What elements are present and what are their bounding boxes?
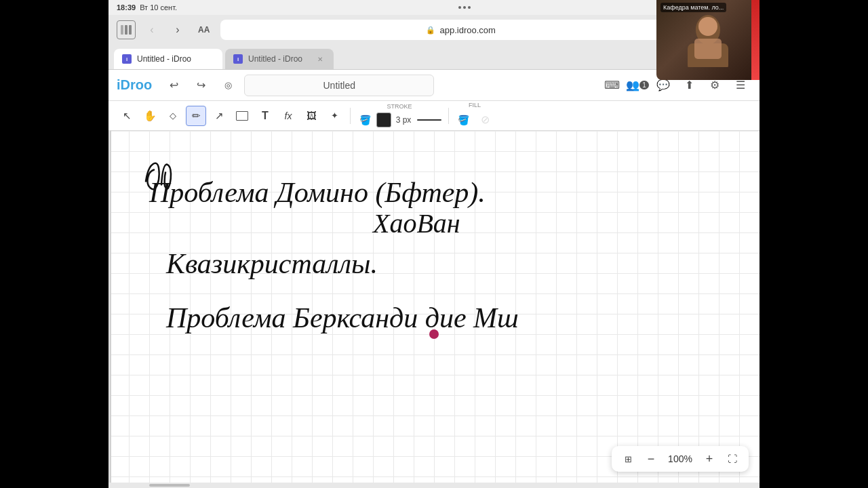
shape-button[interactable]: ◎ (217, 75, 239, 96)
share-icon: ⬆ (685, 79, 694, 92)
formula-tool-button[interactable]: fx (278, 106, 298, 126)
status-date: Вт 10 сент. (140, 3, 177, 12)
eraser-tool-button[interactable]: ◇ (163, 106, 183, 126)
fill-label: FILL (469, 102, 481, 108)
plus-icon: + (706, 452, 713, 466)
stroke-line-preview (416, 113, 443, 127)
bottom-scrollbar[interactable] (108, 483, 760, 488)
aa-button[interactable]: AA (194, 24, 214, 36)
zoom-in-button[interactable]: + (701, 451, 717, 467)
redo-icon: ↪ (197, 79, 205, 92)
back-button[interactable]: ‹ (142, 20, 161, 39)
rectangle-icon (236, 111, 248, 121)
tool-separator-2 (448, 108, 449, 124)
arrow-icon: ↗ (215, 110, 224, 122)
ipad-frame: 18:39 Вт 10 сент. ‹ › (108, 0, 760, 488)
tool-separator-1 (350, 108, 351, 124)
video-label: Кафедра матем. ло... (660, 3, 726, 12)
url-field[interactable]: 🔒 app.idroo.com (220, 20, 701, 40)
menu-icon: ☰ (736, 79, 745, 92)
gear-icon: ⚙ (710, 79, 719, 92)
right-black-bar (760, 0, 868, 488)
hand-icon: ✋ (144, 110, 157, 122)
fit-icon: ⊞ (625, 454, 632, 464)
status-dot-2 (463, 6, 466, 9)
zoom-fit-button[interactable]: ⊞ (620, 451, 636, 467)
fill-tools: 🪣 ⊘ (454, 110, 495, 130)
pen-tool-button[interactable]: ✏ (186, 106, 206, 126)
stroke-label: STROKE (387, 103, 412, 110)
scroll-thumb[interactable] (149, 484, 190, 487)
lock-icon: 🔒 (426, 26, 435, 35)
status-dot-1 (458, 6, 461, 9)
no-fill-icon: ⊘ (481, 113, 490, 126)
no-fill-button[interactable]: ⊘ (475, 110, 495, 130)
sidebar-toggle-button[interactable] (117, 20, 136, 39)
text-tool-button[interactable]: T (255, 106, 275, 126)
eraser-icon: ◇ (170, 110, 176, 121)
tab-1[interactable]: i Untitled - iDroo (114, 49, 222, 69)
board-title-input[interactable] (244, 75, 434, 96)
tab-2[interactable]: i Untitled - iDroo ✕ (225, 49, 334, 69)
redo-button[interactable]: ↪ (190, 75, 212, 96)
hand-tool-button[interactable]: ✋ (140, 106, 160, 126)
keyboard-icon: ⌨ (604, 79, 620, 92)
status-dot-3 (468, 6, 471, 9)
tab-2-close[interactable]: ✕ (315, 54, 326, 64)
paint-bucket-icon: 🪣 (359, 115, 371, 125)
svg-rect-7 (694, 39, 722, 59)
svg-text:Проблема Домино (Бфтер).: Проблема Домино (Бфтер). (149, 177, 486, 209)
select-icon: ↖ (123, 110, 132, 122)
laser-icon: ✦ (331, 110, 338, 121)
user-count-badge: 1 (639, 81, 649, 89)
zoom-level: 100% (666, 453, 694, 464)
video-red-bar (751, 0, 760, 80)
status-time: 18:39 (117, 3, 136, 12)
tab-1-title: Untitled - iDroo (137, 54, 214, 64)
zoom-expand-button[interactable]: ⛶ (724, 451, 741, 467)
video-thumbnail: Кафедра матем. ло... (656, 0, 760, 80)
text-icon: T (262, 110, 269, 122)
zoom-out-button[interactable]: − (643, 451, 659, 467)
shape-icon: ◎ (224, 80, 232, 90)
fill-paint-icon: 🪣 (458, 115, 469, 125)
canvas-area[interactable]: Проблема Домино (Бфтер). ХаоВан Квазикри… (108, 131, 760, 483)
drawing-toolbar: ↖ ✋ ◇ ✏ ↗ T fx 🖼 ✦ STROKE (108, 101, 760, 131)
users-button[interactable]: 👥 1 (627, 75, 648, 96)
stroke-section: STROKE 🪣 3 px (356, 103, 443, 129)
stroke-color-button[interactable]: 🪣 (356, 111, 374, 129)
fill-color-button[interactable]: 🪣 (454, 111, 472, 129)
undo-button[interactable]: ↩ (163, 75, 184, 96)
rectangle-tool-button[interactable] (232, 106, 252, 126)
idroo-logo: iDroo (117, 77, 152, 93)
keyboard-button[interactable]: ⌨ (601, 75, 623, 96)
stroke-width-label: 3 px (394, 115, 413, 125)
minus-icon: − (648, 452, 655, 466)
status-dots (458, 6, 471, 9)
laser-tool-button[interactable]: ✦ (324, 106, 344, 126)
forward-button[interactable]: › (168, 20, 187, 39)
chat-icon: 💬 (656, 79, 670, 92)
expand-icon: ⛶ (728, 453, 737, 464)
stroke-color-swatch[interactable] (376, 113, 391, 127)
handwritten-content: Проблема Домино (Бфтер). ХаоВан Квазикри… (108, 131, 760, 483)
svg-text:Квазикристаллы.: Квазикристаллы. (165, 248, 378, 279)
fill-section: FILL 🪣 ⊘ (454, 102, 495, 130)
svg-text:ХаоВан: ХаоВан (372, 208, 460, 239)
users-icon: 👥 (626, 79, 639, 92)
svg-point-6 (698, 17, 717, 36)
formula-icon: fx (285, 110, 292, 121)
tab-2-title: Untitled - iDroo (248, 54, 309, 64)
undo-icon: ↩ (170, 79, 178, 92)
arrow-tool-button[interactable]: ↗ (209, 106, 229, 126)
select-tool-button[interactable]: ↖ (117, 106, 137, 126)
url-text: app.idroo.com (439, 25, 495, 35)
image-tool-button[interactable]: 🖼 (301, 106, 321, 126)
zoom-controls: ⊞ − 100% + ⛶ (612, 446, 749, 472)
tab-2-favicon: i (233, 54, 243, 64)
cursor-dot (429, 329, 439, 339)
image-icon: 🖼 (307, 110, 317, 121)
svg-text:Проблема Берксанди дие Мш: Проблема Берксанди дие Мш (165, 302, 519, 333)
stroke-line (417, 119, 441, 121)
left-black-bar (0, 0, 108, 488)
